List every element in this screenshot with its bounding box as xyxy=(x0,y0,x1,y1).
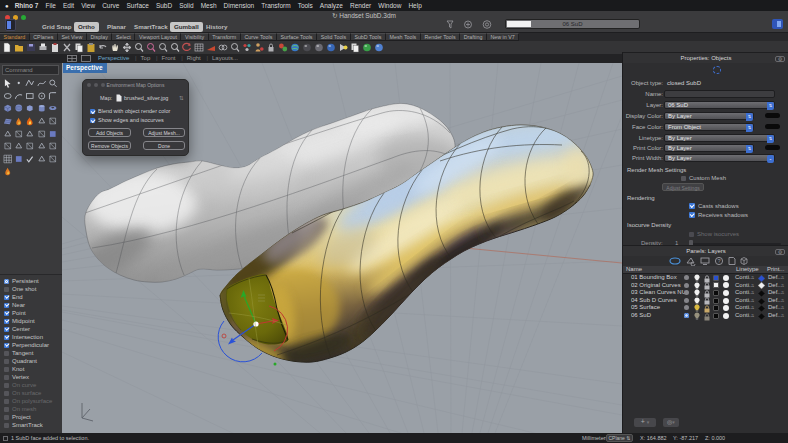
svg-text:?: ? xyxy=(718,258,721,264)
